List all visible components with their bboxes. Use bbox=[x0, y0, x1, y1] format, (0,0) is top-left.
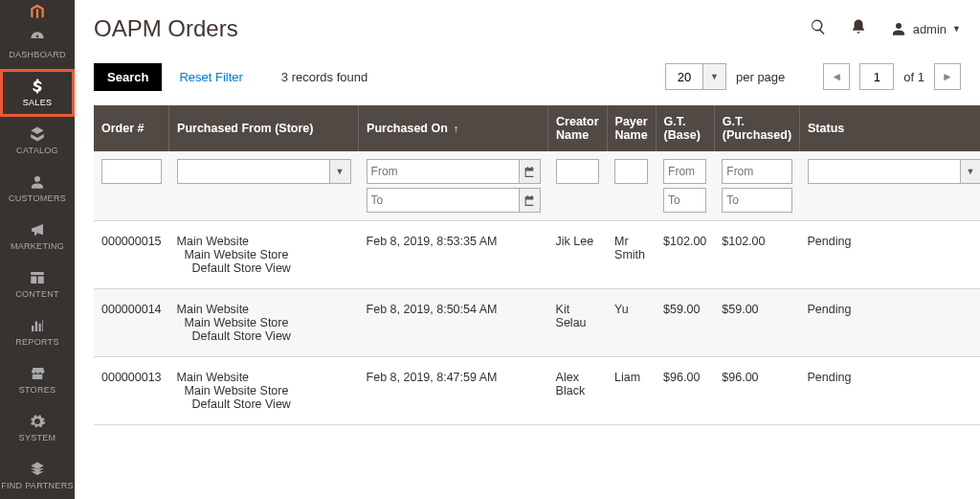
filter-creator-input[interactable] bbox=[556, 159, 599, 184]
cell-creator: Kit Selau bbox=[548, 289, 607, 357]
nav-stores[interactable]: STORES bbox=[0, 355, 75, 403]
calendar-icon[interactable] bbox=[520, 159, 541, 184]
user-icon bbox=[890, 20, 907, 37]
magento-logo bbox=[0, 0, 75, 21]
cell-store: Main WebsiteMain Website StoreDefault St… bbox=[169, 357, 359, 425]
cell-gtbase: $102.00 bbox=[656, 221, 714, 289]
filter-order-input[interactable] bbox=[101, 159, 162, 184]
sort-asc-icon: ↑ bbox=[454, 123, 459, 134]
grid-toolbar: Search Reset Filter 3 records found ▼ pe… bbox=[94, 57, 961, 96]
col-payer[interactable]: Payer Name bbox=[607, 105, 656, 151]
table-row[interactable]: 000000014Main WebsiteMain Website StoreD… bbox=[94, 289, 980, 357]
col-order[interactable]: Order # bbox=[94, 105, 169, 151]
filter-gtbase-from[interactable] bbox=[663, 159, 706, 184]
cell-order: 000000014 bbox=[94, 289, 169, 357]
page-header: OAPM Orders admin ▼ bbox=[94, 0, 961, 57]
cell-date: Feb 8, 2019, 8:53:35 AM bbox=[359, 221, 548, 289]
header-tools: admin ▼ bbox=[810, 18, 961, 39]
cell-date: Feb 8, 2019, 8:47:59 AM bbox=[359, 357, 548, 425]
nav-catalog[interactable]: CATALOG bbox=[0, 117, 75, 165]
cell-creator: Alex Black bbox=[548, 357, 607, 425]
cell-gtbase: $59.00 bbox=[656, 289, 714, 357]
dropdown-icon[interactable]: ▼ bbox=[961, 159, 980, 184]
search-icon[interactable] bbox=[810, 18, 827, 39]
nav-reports-label: REPORTS bbox=[15, 337, 58, 347]
per-page-input[interactable] bbox=[665, 63, 703, 90]
filter-row: ▼ bbox=[94, 151, 980, 221]
filter-store-select[interactable]: ▼ bbox=[177, 159, 351, 184]
nav-customers-label: CUSTOMERS bbox=[9, 193, 66, 203]
per-page-label: per page bbox=[736, 70, 785, 84]
col-purchased-on[interactable]: Purchased On↑ bbox=[359, 105, 548, 151]
nav-system-label: SYSTEM bbox=[19, 433, 56, 442]
cell-payer: Yu bbox=[607, 289, 656, 357]
nav-catalog-label: CATALOG bbox=[16, 146, 58, 155]
nav-sales-label: SALES bbox=[23, 98, 53, 107]
nav-content[interactable]: CONTENT bbox=[0, 261, 75, 308]
filter-gtbase-to[interactable] bbox=[663, 188, 706, 213]
per-page-dropdown-icon[interactable]: ▼ bbox=[703, 63, 726, 90]
filter-gtpurch-from[interactable] bbox=[722, 159, 791, 184]
cell-status: Pending bbox=[800, 357, 980, 425]
col-store[interactable]: Purchased From (Store) bbox=[169, 105, 359, 151]
page-title: OAPM Orders bbox=[94, 15, 238, 42]
nav-marketing[interactable]: MARKETING bbox=[0, 213, 75, 261]
cell-status: Pending bbox=[800, 289, 980, 357]
col-gt-base[interactable]: G.T. (Base) bbox=[656, 105, 714, 151]
nav-sales[interactable]: SALES bbox=[0, 69, 75, 117]
cell-payer: Liam bbox=[607, 357, 656, 425]
orders-grid: Order # Purchased From (Store) Purchased… bbox=[94, 105, 980, 425]
pager: ▼ per page ◄ of 1 ► bbox=[665, 63, 961, 90]
nav-partners[interactable]: FIND PARTNERS bbox=[0, 451, 75, 499]
nav-system[interactable]: SYSTEM bbox=[0, 403, 75, 451]
cell-gtbase: $96.00 bbox=[656, 357, 714, 425]
notifications-icon[interactable] bbox=[850, 18, 867, 39]
cell-gtpurch: $96.00 bbox=[714, 357, 799, 425]
user-name: admin bbox=[913, 22, 947, 36]
cell-store: Main WebsiteMain Website StoreDefault St… bbox=[169, 289, 359, 357]
cell-creator: Jik Lee bbox=[548, 221, 607, 289]
caret-down-icon: ▼ bbox=[952, 24, 961, 34]
cell-gtpurch: $102.00 bbox=[714, 221, 799, 289]
next-page-button[interactable]: ► bbox=[934, 63, 961, 90]
dropdown-icon[interactable]: ▼ bbox=[330, 159, 351, 184]
sidebar: DASHBOARD SALES CATALOG CUSTOMERS MARKET… bbox=[0, 0, 75, 499]
filter-gtpurch-to[interactable] bbox=[722, 188, 791, 213]
page-input[interactable] bbox=[859, 63, 894, 90]
table-row[interactable]: 000000013Main WebsiteMain Website StoreD… bbox=[94, 357, 980, 425]
col-status[interactable]: Status bbox=[800, 105, 980, 151]
cell-order: 000000015 bbox=[94, 221, 169, 289]
calendar-icon[interactable] bbox=[520, 188, 541, 213]
nav-stores-label: STORES bbox=[19, 385, 56, 395]
nav-customers[interactable]: CUSTOMERS bbox=[0, 165, 75, 213]
nav-marketing-label: MARKETING bbox=[11, 241, 64, 251]
cell-gtpurch: $59.00 bbox=[714, 289, 799, 357]
nav-reports[interactable]: REPORTS bbox=[0, 307, 75, 355]
col-creator[interactable]: Creator Name bbox=[548, 105, 607, 151]
column-header-row: Order # Purchased From (Store) Purchased… bbox=[94, 105, 980, 151]
nav-dashboard[interactable]: DASHBOARD bbox=[0, 21, 75, 69]
cell-store: Main WebsiteMain Website StoreDefault St… bbox=[169, 221, 359, 289]
search-button[interactable]: Search bbox=[94, 63, 162, 91]
nav-dashboard-label: DASHBOARD bbox=[9, 50, 66, 59]
col-gt-purchased[interactable]: G.T. (Purchased) bbox=[714, 105, 799, 151]
prev-page-button[interactable]: ◄ bbox=[823, 63, 850, 90]
records-found: 3 records found bbox=[281, 70, 368, 84]
reset-filter-link[interactable]: Reset Filter bbox=[179, 70, 242, 84]
page-total-label: of 1 bbox=[903, 70, 924, 84]
nav-content-label: CONTENT bbox=[15, 289, 59, 299]
per-page-select[interactable]: ▼ bbox=[665, 63, 726, 90]
filter-status-select[interactable]: ▼ bbox=[808, 159, 980, 184]
filter-payer-input[interactable] bbox=[614, 159, 648, 184]
filter-date-to[interactable] bbox=[367, 188, 520, 213]
cell-payer: Mr Smith bbox=[607, 221, 656, 289]
cell-status: Pending bbox=[800, 221, 980, 289]
nav-partners-label: FIND PARTNERS bbox=[1, 481, 74, 490]
filter-date-from[interactable] bbox=[367, 159, 520, 184]
cell-date: Feb 8, 2019, 8:50:54 AM bbox=[359, 289, 548, 357]
table-row[interactable]: 000000015Main WebsiteMain Website StoreD… bbox=[94, 221, 980, 289]
user-menu[interactable]: admin ▼ bbox=[890, 20, 961, 37]
cell-order: 000000013 bbox=[94, 357, 169, 425]
main-content: OAPM Orders admin ▼ Search Reset Filter … bbox=[75, 0, 980, 499]
